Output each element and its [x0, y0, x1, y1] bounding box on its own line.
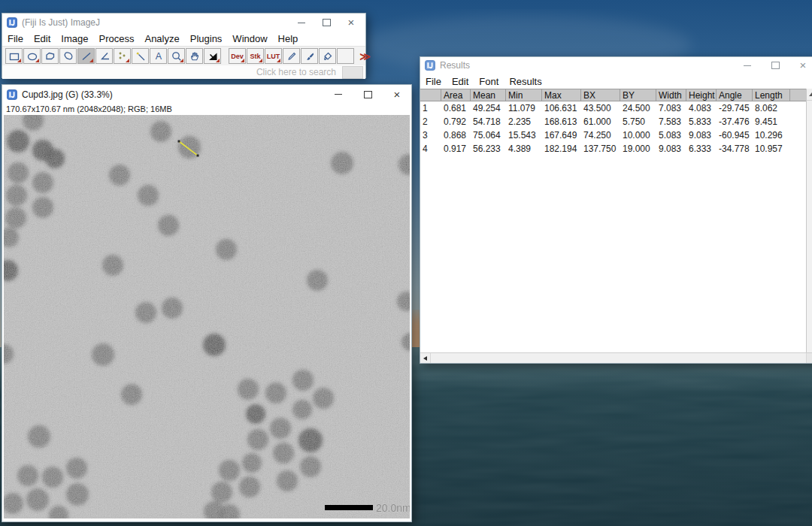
results-cell: 9.451 — [753, 115, 790, 128]
fiji-menu-help[interactable]: Help — [273, 33, 304, 44]
column-header-max[interactable]: Max — [542, 89, 581, 101]
resize-grip[interactable] — [806, 353, 812, 363]
fiji-maximize-button[interactable] — [321, 17, 332, 28]
search-button[interactable] — [342, 66, 363, 79]
results-cell: 61.000 — [581, 115, 620, 128]
results-cell: 5.833 — [686, 115, 717, 128]
results-cell: 137.750 — [581, 142, 620, 156]
wand-icon — [135, 50, 147, 62]
results-cell: 2.235 — [506, 115, 542, 128]
results-vertical-scrollbar[interactable] — [806, 89, 812, 353]
fiji-menu-analyze[interactable]: Analyze — [139, 33, 184, 44]
results-menubar: FileEditFontResults — [420, 74, 812, 89]
fiji-minimize-button[interactable] — [296, 17, 307, 28]
horizontal-scroll-track[interactable] — [431, 353, 806, 363]
fiji-menu-process[interactable]: Process — [94, 33, 140, 44]
lut-tool-button[interactable]: LUT — [265, 48, 282, 64]
results-menu-font[interactable]: Font — [474, 76, 504, 87]
lut-tool-label: LUT — [267, 53, 280, 60]
results-cell: 4.083 — [686, 101, 717, 115]
results-minimize-button[interactable] — [742, 60, 753, 71]
results-cell: 0.792 — [441, 115, 471, 128]
fiji-titlebar[interactable]: (Fiji Is Just) ImageJ × — [2, 14, 365, 32]
tem-image-canvas[interactable]: 20.0nm — [4, 115, 410, 518]
dev-tool-button[interactable]: Dev — [229, 48, 246, 64]
point-tool-button[interactable] — [114, 48, 131, 64]
rotate-icon — [207, 50, 219, 62]
results-row-1[interactable]: 10.68149.25411.079106.63143.50024.5007.0… — [420, 101, 807, 115]
column-header-mean[interactable]: Mean — [471, 89, 506, 101]
scroll-left-arrow-icon[interactable] — [420, 353, 431, 363]
results-titlebar[interactable]: Results × — [420, 57, 812, 74]
results-cell: -29.745 — [717, 101, 753, 115]
imagej-app-icon — [425, 60, 435, 71]
image-minimize-button[interactable] — [333, 89, 344, 100]
spare-tool-slot[interactable] — [337, 48, 354, 64]
brush-tool-button[interactable] — [301, 48, 318, 64]
polygon-tool-button[interactable] — [41, 48, 59, 64]
results-cell: 5.750 — [620, 115, 656, 128]
results-close-button[interactable]: × — [798, 60, 808, 71]
column-header-length[interactable]: Length — [753, 89, 790, 101]
image-window-titlebar[interactable]: Cupd3.jpg (G) (33.3%) × — [2, 85, 411, 104]
pencil-tool-button[interactable] — [283, 48, 300, 64]
search-box[interactable]: Click here to search — [256, 67, 336, 77]
results-menu-edit[interactable]: Edit — [447, 76, 474, 87]
column-header-angle[interactable]: Angle — [717, 89, 753, 101]
results-menu-results[interactable]: Results — [504, 76, 547, 87]
column-header-blank[interactable] — [420, 89, 441, 101]
angle-tool-button[interactable] — [95, 48, 113, 64]
rectangle-tool-button[interactable] — [5, 48, 23, 64]
results-cell: 24.500 — [620, 101, 656, 115]
fiji-close-button[interactable]: × — [346, 17, 356, 28]
scroll-up-arrow-icon[interactable] — [807, 89, 812, 101]
row-number: 4 — [420, 142, 441, 156]
magnifier-icon — [171, 50, 183, 62]
fiji-menu-window[interactable]: Window — [227, 33, 272, 44]
fiji-menu-image[interactable]: Image — [56, 33, 93, 44]
results-cell: 11.079 — [506, 101, 542, 115]
results-cell: 0.681 — [441, 101, 471, 115]
results-row-3[interactable]: 30.86875.06415.543167.64974.25010.0005.0… — [420, 128, 807, 142]
results-row-2[interactable]: 20.79254.7182.235168.61361.0005.7507.583… — [420, 115, 807, 128]
more-tools-button[interactable]: ≫ — [356, 48, 374, 64]
results-horizontal-scrollbar[interactable] — [420, 352, 812, 363]
results-window-title: Results — [440, 60, 470, 71]
text-tool-button[interactable]: A — [150, 48, 167, 64]
brush-icon — [304, 50, 316, 62]
wand-tool-button[interactable] — [132, 48, 149, 64]
zoom-tool-button[interactable] — [168, 48, 185, 64]
results-cell: -34.778 — [717, 142, 753, 156]
image-close-button[interactable]: × — [392, 89, 402, 100]
hand-tool-button[interactable] — [186, 48, 203, 64]
oval-tool-button[interactable] — [23, 48, 41, 64]
rotate-tool-button[interactable] — [204, 48, 221, 64]
results-cell: 7.083 — [656, 101, 686, 115]
results-header-row: AreaMeanMinMaxBXBYWidthHeightAngleLength — [420, 89, 807, 101]
column-header-extra[interactable] — [790, 89, 807, 101]
column-header-min[interactable]: Min — [506, 89, 542, 101]
fiji-toolbar: A Dev Stk LUT ≫ — [2, 46, 365, 65]
fiji-menu-plugins[interactable]: Plugins — [185, 33, 228, 44]
results-cell: 168.613 — [542, 115, 581, 128]
image-info-line: 170.67x170.67 nm (2048x2048); RGB; 16MB — [2, 104, 411, 115]
results-menu-file[interactable]: File — [420, 76, 447, 87]
column-header-height[interactable]: Height — [686, 89, 717, 101]
fiji-menu-edit[interactable]: Edit — [29, 33, 56, 44]
image-maximize-button[interactable] — [362, 89, 373, 100]
line-tool-button[interactable] — [77, 48, 95, 64]
results-cell: 4.389 — [506, 142, 542, 156]
fiji-menu-file[interactable]: File — [2, 33, 29, 44]
imagej-app-icon — [7, 17, 17, 28]
column-header-by[interactable]: BY — [620, 89, 656, 101]
results-cell: 182.194 — [542, 142, 581, 156]
fill-tool-button[interactable] — [319, 48, 336, 64]
stacks-tool-button[interactable]: Stk — [247, 48, 264, 64]
results-row-4[interactable]: 40.91756.2334.389182.194137.75019.0009.0… — [420, 142, 807, 156]
column-header-area[interactable]: Area — [441, 89, 471, 101]
freehand-tool-button[interactable] — [59, 48, 77, 64]
results-cell: 10.296 — [753, 128, 790, 142]
results-maximize-button[interactable] — [770, 60, 780, 71]
column-header-bx[interactable]: BX — [581, 89, 620, 101]
column-header-width[interactable]: Width — [656, 89, 686, 101]
